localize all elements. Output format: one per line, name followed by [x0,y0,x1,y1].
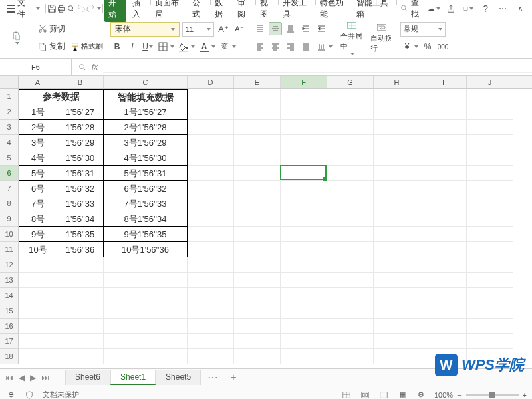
cell[interactable] [188,303,234,319]
cell[interactable] [374,349,420,364]
cell[interactable] [234,120,281,135]
cell[interactable] [188,288,234,303]
cell[interactable]: 1号1'56''27 [104,104,188,120]
cell[interactable] [188,257,234,273]
cell[interactable]: 1'56''31 [57,166,104,181]
underline-button[interactable]: U [141,40,154,53]
cell[interactable] [420,196,467,211]
decrease-indent-icon[interactable] [315,22,328,35]
cell[interactable] [188,181,234,196]
cell[interactable] [281,196,327,211]
font-name-select[interactable]: 宋体 [110,22,180,37]
cell[interactable] [467,288,513,303]
sheet-tab[interactable]: Sheet6 [65,370,110,385]
cell[interactable] [234,242,281,257]
cell[interactable] [104,319,188,334]
cell[interactable] [188,349,234,364]
cell[interactable]: 1'56''30 [57,150,104,166]
cell[interactable] [467,211,513,227]
row-header[interactable]: 14 [0,288,19,303]
cell[interactable]: 6号 [19,181,57,196]
col-header-J[interactable]: J [467,76,513,88]
cell[interactable] [19,349,57,364]
crosshair-icon[interactable]: ⊕ [5,390,16,400]
row-header[interactable]: 4 [0,135,19,150]
cell[interactable]: 3号1'56''29 [104,135,188,150]
cell[interactable] [327,135,374,150]
cell[interactable] [420,150,467,166]
cell[interactable] [234,319,281,334]
cell[interactable]: 10号 [19,242,57,257]
cell[interactable] [281,257,327,273]
add-sheet-button[interactable]: + [225,372,241,384]
cell[interactable] [188,242,234,257]
row-header[interactable]: 11 [0,242,19,257]
cell[interactable] [281,303,327,319]
cell[interactable] [327,104,374,120]
row-header[interactable]: 12 [0,257,19,273]
cell[interactable]: 5号1'56''31 [104,166,188,181]
cell[interactable] [327,89,374,104]
phonetic-button[interactable]: 変 [218,40,231,53]
cell[interactable] [57,273,104,288]
cell[interactable]: 8号 [19,211,57,227]
cell[interactable] [467,181,513,196]
col-header-C[interactable]: C [104,76,188,88]
cell[interactable]: 6号1'56''32 [104,181,188,196]
cell[interactable] [57,288,104,303]
cell[interactable] [234,288,281,303]
save-icon[interactable] [47,3,57,14]
undo-icon[interactable] [76,3,86,14]
cell[interactable] [281,166,327,181]
cell[interactable] [281,319,327,334]
cell[interactable] [374,104,420,120]
font-color-button[interactable]: A [198,40,211,53]
cell[interactable]: 1'56''35 [57,227,104,242]
cell[interactable] [420,288,467,303]
cell[interactable] [19,89,57,104]
cell[interactable]: 1号 [19,104,57,120]
cell[interactable]: 1'56''28 [57,120,104,135]
cell[interactable] [281,211,327,227]
cell[interactable] [19,273,57,288]
cell[interactable] [374,303,420,319]
col-header-I[interactable]: I [420,76,467,88]
last-sheet-icon[interactable]: ⏭ [40,373,51,382]
cell[interactable] [374,166,420,181]
cut-button[interactable]: 剪切 [35,22,103,36]
fx-icon[interactable]: fx [92,63,98,72]
cell[interactable] [327,319,374,334]
zoom-label[interactable]: 100% [434,391,453,399]
col-header-H[interactable]: H [374,76,420,88]
cell[interactable]: 智能填充数据 [104,89,188,104]
cell[interactable] [281,349,327,364]
cell[interactable]: 4号 [19,150,57,166]
format-painter-button[interactable]: 格式刷 [70,41,103,51]
cell[interactable] [327,196,374,211]
cell[interactable] [188,150,234,166]
row-header[interactable]: 18 [0,349,19,364]
cell[interactable] [467,89,513,104]
cell[interactable] [19,257,57,273]
cell[interactable] [420,166,467,181]
cell[interactable]: 7号1'56''33 [104,196,188,211]
cell[interactable] [327,166,374,181]
wrap-button[interactable]: 自动换行 [370,23,393,53]
align-middle-icon[interactable] [269,22,282,35]
cell[interactable] [57,303,104,319]
copy-button[interactable]: 复制 [35,39,68,53]
comma-icon[interactable]: 000 [436,40,450,53]
cell[interactable]: 4号1'56''30 [104,150,188,166]
cell[interactable]: 9号1'56''35 [104,227,188,242]
cell[interactable] [374,120,420,135]
more-icon[interactable]: ⋯ [497,3,508,14]
cell[interactable] [467,257,513,273]
cell[interactable]: 8号1'56''34 [104,211,188,227]
shield-icon[interactable] [24,390,35,400]
view-page-icon[interactable] [360,390,370,400]
cell[interactable] [104,303,188,319]
cell[interactable]: 3号 [19,135,57,150]
cloud-sync-icon[interactable]: ☁ [428,3,439,14]
row-header[interactable]: 9 [0,211,19,227]
cell[interactable] [374,135,420,150]
